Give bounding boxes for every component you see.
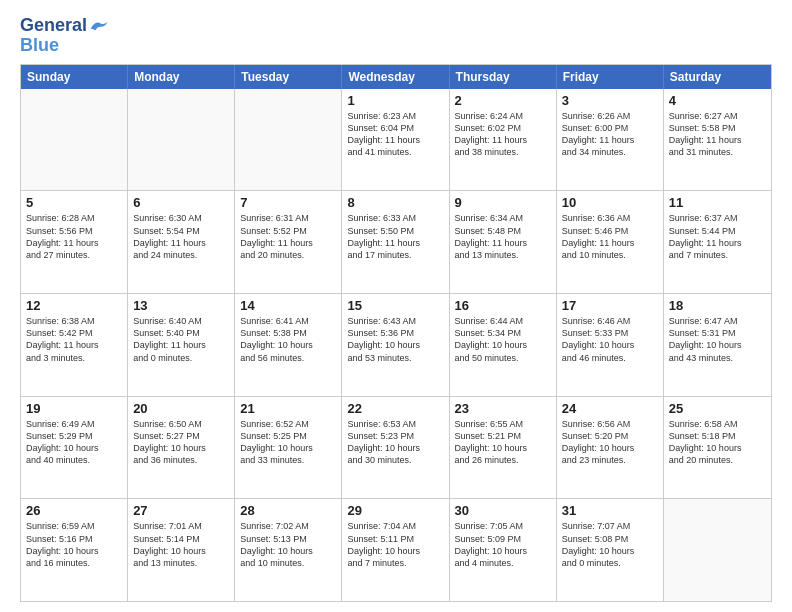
calendar-cell-day-16: 16Sunrise: 6:44 AM Sunset: 5:34 PM Dayli… (450, 294, 557, 396)
weekday-header-friday: Friday (557, 65, 664, 89)
cell-sun-info: Sunrise: 6:44 AM Sunset: 5:34 PM Dayligh… (455, 315, 551, 364)
weekday-header-wednesday: Wednesday (342, 65, 449, 89)
day-number: 7 (240, 195, 336, 210)
day-number: 28 (240, 503, 336, 518)
calendar-cell-day-20: 20Sunrise: 6:50 AM Sunset: 5:27 PM Dayli… (128, 397, 235, 499)
day-number: 15 (347, 298, 443, 313)
calendar-cell-day-11: 11Sunrise: 6:37 AM Sunset: 5:44 PM Dayli… (664, 191, 771, 293)
day-number: 13 (133, 298, 229, 313)
cell-sun-info: Sunrise: 7:04 AM Sunset: 5:11 PM Dayligh… (347, 520, 443, 569)
calendar-cell-day-13: 13Sunrise: 6:40 AM Sunset: 5:40 PM Dayli… (128, 294, 235, 396)
day-number: 29 (347, 503, 443, 518)
day-number: 21 (240, 401, 336, 416)
cell-sun-info: Sunrise: 6:43 AM Sunset: 5:36 PM Dayligh… (347, 315, 443, 364)
calendar-cell-day-14: 14Sunrise: 6:41 AM Sunset: 5:38 PM Dayli… (235, 294, 342, 396)
cell-sun-info: Sunrise: 6:38 AM Sunset: 5:42 PM Dayligh… (26, 315, 122, 364)
calendar-cell-day-21: 21Sunrise: 6:52 AM Sunset: 5:25 PM Dayli… (235, 397, 342, 499)
day-number: 11 (669, 195, 766, 210)
calendar-cell-day-9: 9Sunrise: 6:34 AM Sunset: 5:48 PM Daylig… (450, 191, 557, 293)
day-number: 8 (347, 195, 443, 210)
cell-sun-info: Sunrise: 6:40 AM Sunset: 5:40 PM Dayligh… (133, 315, 229, 364)
calendar-cell-day-18: 18Sunrise: 6:47 AM Sunset: 5:31 PM Dayli… (664, 294, 771, 396)
calendar-row-3: 12Sunrise: 6:38 AM Sunset: 5:42 PM Dayli… (21, 293, 771, 396)
day-number: 6 (133, 195, 229, 210)
cell-sun-info: Sunrise: 6:47 AM Sunset: 5:31 PM Dayligh… (669, 315, 766, 364)
calendar-cell-day-3: 3Sunrise: 6:26 AM Sunset: 6:00 PM Daylig… (557, 89, 664, 191)
calendar-cell-day-10: 10Sunrise: 6:36 AM Sunset: 5:46 PM Dayli… (557, 191, 664, 293)
day-number: 30 (455, 503, 551, 518)
calendar-row-2: 5Sunrise: 6:28 AM Sunset: 5:56 PM Daylig… (21, 190, 771, 293)
cell-sun-info: Sunrise: 6:58 AM Sunset: 5:18 PM Dayligh… (669, 418, 766, 467)
day-number: 20 (133, 401, 229, 416)
logo: General Blue (20, 16, 109, 56)
day-number: 16 (455, 298, 551, 313)
calendar-cell-day-6: 6Sunrise: 6:30 AM Sunset: 5:54 PM Daylig… (128, 191, 235, 293)
calendar-cell-day-12: 12Sunrise: 6:38 AM Sunset: 5:42 PM Dayli… (21, 294, 128, 396)
day-number: 1 (347, 93, 443, 108)
weekday-header-saturday: Saturday (664, 65, 771, 89)
cell-sun-info: Sunrise: 6:33 AM Sunset: 5:50 PM Dayligh… (347, 212, 443, 261)
calendar-cell-day-23: 23Sunrise: 6:55 AM Sunset: 5:21 PM Dayli… (450, 397, 557, 499)
weekday-header-monday: Monday (128, 65, 235, 89)
day-number: 31 (562, 503, 658, 518)
cell-sun-info: Sunrise: 6:59 AM Sunset: 5:16 PM Dayligh… (26, 520, 122, 569)
cell-sun-info: Sunrise: 6:56 AM Sunset: 5:20 PM Dayligh… (562, 418, 658, 467)
calendar-cell-empty (235, 89, 342, 191)
calendar-cell-day-27: 27Sunrise: 7:01 AM Sunset: 5:14 PM Dayli… (128, 499, 235, 601)
cell-sun-info: Sunrise: 7:02 AM Sunset: 5:13 PM Dayligh… (240, 520, 336, 569)
logo-text-blue: Blue (20, 36, 59, 56)
cell-sun-info: Sunrise: 7:07 AM Sunset: 5:08 PM Dayligh… (562, 520, 658, 569)
day-number: 24 (562, 401, 658, 416)
calendar-cell-day-19: 19Sunrise: 6:49 AM Sunset: 5:29 PM Dayli… (21, 397, 128, 499)
calendar: SundayMondayTuesdayWednesdayThursdayFrid… (20, 64, 772, 602)
calendar-cell-day-17: 17Sunrise: 6:46 AM Sunset: 5:33 PM Dayli… (557, 294, 664, 396)
cell-sun-info: Sunrise: 6:36 AM Sunset: 5:46 PM Dayligh… (562, 212, 658, 261)
calendar-row-4: 19Sunrise: 6:49 AM Sunset: 5:29 PM Dayli… (21, 396, 771, 499)
calendar-cell-day-1: 1Sunrise: 6:23 AM Sunset: 6:04 PM Daylig… (342, 89, 449, 191)
cell-sun-info: Sunrise: 6:52 AM Sunset: 5:25 PM Dayligh… (240, 418, 336, 467)
calendar-body: 1Sunrise: 6:23 AM Sunset: 6:04 PM Daylig… (21, 89, 771, 601)
calendar-cell-day-28: 28Sunrise: 7:02 AM Sunset: 5:13 PM Dayli… (235, 499, 342, 601)
day-number: 12 (26, 298, 122, 313)
calendar-row-5: 26Sunrise: 6:59 AM Sunset: 5:16 PM Dayli… (21, 498, 771, 601)
calendar-cell-day-4: 4Sunrise: 6:27 AM Sunset: 5:58 PM Daylig… (664, 89, 771, 191)
day-number: 23 (455, 401, 551, 416)
weekday-header-thursday: Thursday (450, 65, 557, 89)
cell-sun-info: Sunrise: 7:01 AM Sunset: 5:14 PM Dayligh… (133, 520, 229, 569)
cell-sun-info: Sunrise: 6:31 AM Sunset: 5:52 PM Dayligh… (240, 212, 336, 261)
day-number: 22 (347, 401, 443, 416)
calendar-cell-day-26: 26Sunrise: 6:59 AM Sunset: 5:16 PM Dayli… (21, 499, 128, 601)
calendar-cell-empty (21, 89, 128, 191)
weekday-header-sunday: Sunday (21, 65, 128, 89)
day-number: 19 (26, 401, 122, 416)
day-number: 18 (669, 298, 766, 313)
day-number: 5 (26, 195, 122, 210)
calendar-cell-day-5: 5Sunrise: 6:28 AM Sunset: 5:56 PM Daylig… (21, 191, 128, 293)
calendar-row-1: 1Sunrise: 6:23 AM Sunset: 6:04 PM Daylig… (21, 89, 771, 191)
cell-sun-info: Sunrise: 6:28 AM Sunset: 5:56 PM Dayligh… (26, 212, 122, 261)
cell-sun-info: Sunrise: 6:23 AM Sunset: 6:04 PM Dayligh… (347, 110, 443, 159)
calendar-header: SundayMondayTuesdayWednesdayThursdayFrid… (21, 65, 771, 89)
day-number: 2 (455, 93, 551, 108)
cell-sun-info: Sunrise: 6:30 AM Sunset: 5:54 PM Dayligh… (133, 212, 229, 261)
cell-sun-info: Sunrise: 6:50 AM Sunset: 5:27 PM Dayligh… (133, 418, 229, 467)
day-number: 25 (669, 401, 766, 416)
cell-sun-info: Sunrise: 6:41 AM Sunset: 5:38 PM Dayligh… (240, 315, 336, 364)
logo-text-general: General (20, 16, 87, 36)
calendar-cell-day-22: 22Sunrise: 6:53 AM Sunset: 5:23 PM Dayli… (342, 397, 449, 499)
day-number: 9 (455, 195, 551, 210)
cell-sun-info: Sunrise: 6:49 AM Sunset: 5:29 PM Dayligh… (26, 418, 122, 467)
cell-sun-info: Sunrise: 7:05 AM Sunset: 5:09 PM Dayligh… (455, 520, 551, 569)
cell-sun-info: Sunrise: 6:46 AM Sunset: 5:33 PM Dayligh… (562, 315, 658, 364)
day-number: 10 (562, 195, 658, 210)
calendar-cell-day-2: 2Sunrise: 6:24 AM Sunset: 6:02 PM Daylig… (450, 89, 557, 191)
day-number: 26 (26, 503, 122, 518)
calendar-cell-empty (664, 499, 771, 601)
cell-sun-info: Sunrise: 6:26 AM Sunset: 6:00 PM Dayligh… (562, 110, 658, 159)
day-number: 14 (240, 298, 336, 313)
day-number: 17 (562, 298, 658, 313)
cell-sun-info: Sunrise: 6:34 AM Sunset: 5:48 PM Dayligh… (455, 212, 551, 261)
cell-sun-info: Sunrise: 6:55 AM Sunset: 5:21 PM Dayligh… (455, 418, 551, 467)
page: General Blue SundayMondayTuesdayWednesda… (0, 0, 792, 612)
day-number: 3 (562, 93, 658, 108)
